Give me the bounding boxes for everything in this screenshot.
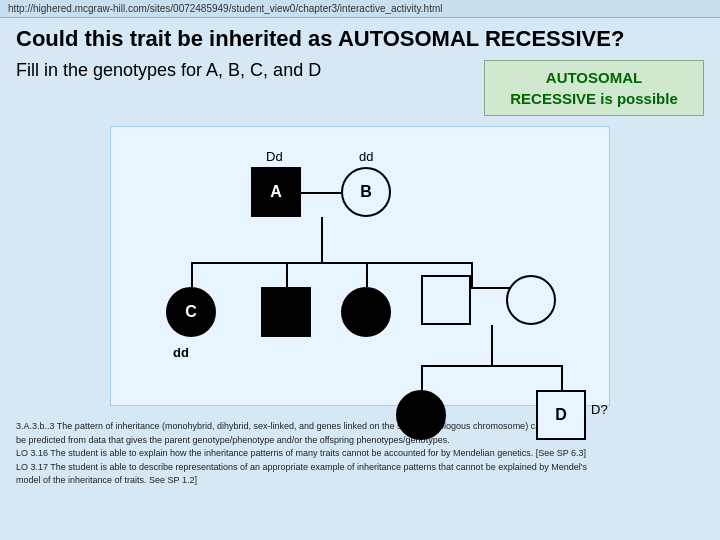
genotype-D: D? (591, 402, 608, 417)
node-A: A (251, 167, 301, 217)
node-right-child1 (396, 390, 446, 440)
drop-right-child1 (421, 365, 423, 390)
url-text: http://highered.mcgraw-hill.com/sites/00… (8, 3, 443, 14)
descent-line-AB (321, 217, 323, 262)
drop-D (561, 365, 563, 390)
url-bar: http://highered.mcgraw-hill.com/sites/00… (0, 0, 720, 18)
label-B: B (343, 183, 389, 201)
drop-child3 (366, 262, 368, 287)
footer-line-5: model of the inheritance of traits. See … (16, 474, 704, 488)
drop-right-couple (471, 262, 473, 287)
node-right-circle (506, 275, 556, 325)
answer-line1: AUTOSOMAL (499, 67, 689, 88)
label-D: D (538, 406, 584, 424)
node-B: B (341, 167, 391, 217)
footer: 3.A.3.b..3 The pattern of inheritance (m… (0, 414, 720, 488)
node-D: D (536, 390, 586, 440)
answer-box: AUTOSOMAL RECESSIVE is possible (484, 60, 704, 116)
descent-right-couple (491, 325, 493, 365)
node-C: C (166, 287, 216, 337)
footer-line-3: LO 3.16 The student is able to explain h… (16, 447, 704, 461)
fill-label: Fill in the genotypes for A, B, C, and D (16, 60, 321, 81)
label-C: C (168, 303, 214, 321)
answer-line2: RECESSIVE is possible (499, 88, 689, 109)
couple-line-AB (301, 192, 341, 194)
footer-line-2: be predicted from data that gives the pa… (16, 434, 704, 448)
children-line-AB (191, 262, 471, 264)
genotype-dd-left: dd (173, 345, 189, 360)
genotype-B: dd (359, 149, 373, 164)
footer-line-4: LO 3.17 The student is able to describe … (16, 461, 704, 475)
page-title: Could this trait be inherited as AUTOSOM… (16, 26, 704, 52)
footer-line-1: 3.A.3.b..3 The pattern of inheritance (m… (16, 420, 704, 434)
pedigree-diagram: Dd dd A B C (110, 126, 610, 406)
node-right-square (421, 275, 471, 325)
drop-child2 (286, 262, 288, 287)
drop-C (191, 262, 193, 287)
children-line-right (421, 365, 561, 367)
genotype-A: Dd (266, 149, 283, 164)
label-A: A (253, 183, 299, 201)
node-child3 (341, 287, 391, 337)
node-child2 (261, 287, 311, 337)
